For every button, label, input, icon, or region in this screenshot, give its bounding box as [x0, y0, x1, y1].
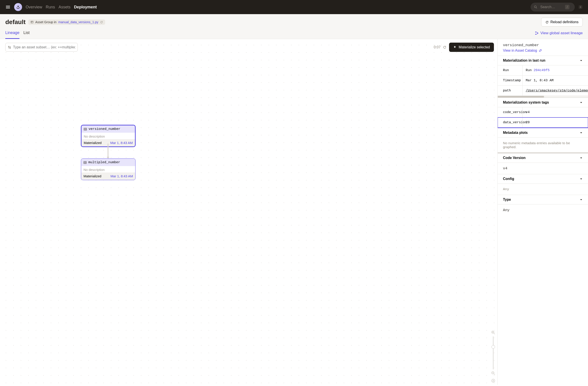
asset-node-name: multipled_number: [88, 161, 120, 164]
nav-assets[interactable]: Assets: [59, 5, 70, 9]
table-icon: [84, 161, 86, 164]
last-run-path-row: path /Users/smackesey/stm/code/elementl/: [498, 86, 588, 96]
table-icon: [84, 128, 87, 131]
section-label: Materialization in last run: [503, 59, 545, 62]
page-subheader: default Asset Group in manual_data_versi…: [0, 14, 588, 39]
page-title: default: [5, 19, 26, 26]
run-prefix: Run: [526, 68, 534, 72]
svg-point-2: [580, 7, 581, 8]
svg-point-1: [534, 6, 536, 8]
path-value[interactable]: /Users/smackesey/stm/code/elementl/: [522, 86, 588, 96]
dagster-logo-icon[interactable]: [14, 3, 22, 11]
section-system-tags[interactable]: Materialization system tags: [498, 98, 588, 107]
svg-point-0: [18, 6, 19, 7]
lineage-arrow: [107, 143, 109, 159]
settings-gear-icon[interactable]: [578, 5, 583, 9]
chevron-down-icon: [580, 101, 583, 104]
search-box[interactable]: /: [531, 3, 575, 11]
section-code-version[interactable]: Code Version: [498, 153, 588, 163]
chevron-down-icon: [580, 131, 583, 134]
asset-subset-input-wrapper[interactable]: [5, 43, 78, 52]
nav-deployment[interactable]: Deployment: [74, 5, 97, 9]
asset-graph-area[interactable]: 0:07 Materialize selected versioned_numb…: [0, 39, 497, 385]
chevron-down-icon: [580, 59, 583, 62]
search-input[interactable]: [540, 5, 562, 9]
timestamp-value: Mar 1, 8:43 AM: [522, 76, 588, 85]
chevron-down-icon: [580, 156, 583, 160]
repository-icon: [30, 20, 34, 24]
filter-icon: [8, 45, 11, 49]
view-catalog-link[interactable]: View in Asset Catalog: [503, 49, 583, 53]
section-materialization-last-run[interactable]: Materialization in last run: [498, 56, 588, 65]
last-run-run-row: Run Run 204c49f5: [498, 65, 588, 76]
refresh-timer-value: 0:07: [434, 45, 441, 49]
data-version-row: data_version 20: [498, 118, 588, 128]
data-version-key: data_version: [498, 118, 522, 127]
asset-group-file-link[interactable]: manual_data_versions_1.py: [58, 20, 98, 24]
view-global-lineage-label: View global asset lineage: [540, 31, 583, 35]
asset-node-multipled-number[interactable]: multipled_number No description Material…: [81, 158, 136, 180]
run-id-link[interactable]: 204c49f5: [534, 68, 549, 72]
path-label: path: [498, 86, 522, 96]
type-body: Any: [498, 204, 588, 216]
asset-node-status: Materialized: [84, 174, 101, 178]
nav-runs[interactable]: Runs: [46, 5, 55, 9]
asset-detail-panel: versioned_number View in Asset Catalog M…: [497, 39, 588, 385]
zoom-out-icon[interactable]: [491, 371, 495, 375]
tab-lineage[interactable]: Lineage: [5, 30, 20, 39]
zoom-control[interactable]: [491, 331, 495, 383]
view-catalog-label: View in Asset Catalog: [503, 49, 537, 53]
section-label: Metadata plots: [503, 131, 528, 135]
horizontal-scrollbar[interactable]: [498, 96, 588, 98]
scrollbar-thumb[interactable]: [498, 96, 544, 98]
section-config[interactable]: Config: [498, 174, 588, 183]
svg-rect-10: [84, 161, 86, 164]
reload-definitions-label: Reload definitions: [550, 20, 579, 24]
download-icon[interactable]: [491, 379, 495, 383]
code-version-key: code_version: [498, 107, 522, 117]
section-label: Config: [503, 177, 514, 181]
section-type[interactable]: Type: [498, 195, 588, 204]
asset-subset-input[interactable]: [13, 45, 75, 49]
materialize-label: Materialize selected: [459, 45, 490, 49]
zoom-slider-track[interactable]: [493, 336, 494, 369]
hamburger-menu-icon[interactable]: [5, 4, 11, 10]
svg-rect-3: [31, 21, 33, 23]
asset-group-prefix: Asset Group in: [35, 20, 57, 24]
tab-list[interactable]: List: [23, 30, 30, 39]
asset-node-status: Materialized: [84, 141, 102, 145]
metadata-plots-empty: No numeric metadata entries available to…: [498, 137, 588, 153]
section-metadata-plots[interactable]: Metadata plots: [498, 128, 588, 137]
svg-point-7: [8, 46, 9, 47]
section-label: Code Version: [503, 156, 525, 160]
data-version-value: 20: [522, 118, 588, 127]
nav-overview[interactable]: Overview: [26, 5, 42, 9]
refresh-timer: 0:07: [434, 45, 446, 49]
timestamp-label: Timestamp: [498, 76, 522, 85]
asset-node-description: No description: [81, 166, 135, 172]
chevron-down-icon: [580, 177, 583, 181]
asset-node-name: versioned_number: [89, 127, 120, 131]
zoom-slider-thumb[interactable]: [491, 345, 495, 349]
chevron-down-icon: [580, 198, 583, 201]
refresh-small-icon[interactable]: [100, 21, 103, 24]
view-global-lineage-link[interactable]: View global asset lineage: [535, 31, 583, 39]
code-version-value: v4: [522, 107, 588, 117]
config-body: Any: [498, 183, 588, 195]
zoom-in-icon[interactable]: [491, 331, 495, 335]
reload-definitions-button[interactable]: Reload definitions: [541, 18, 583, 26]
asset-node-time: Mar 1, 8:43 AM: [110, 174, 133, 178]
refresh-timer-icon[interactable]: [443, 45, 446, 49]
last-run-timestamp-row: Timestamp Mar 1, 8:43 AM: [498, 76, 588, 86]
section-label: Materialization system tags: [503, 101, 549, 104]
main-content: 0:07 Materialize selected versioned_numb…: [0, 39, 588, 385]
asset-node-description: No description: [82, 133, 135, 139]
asset-node-time: Mar 1, 8:43 AM: [110, 141, 133, 145]
asset-group-tag: Asset Group in manual_data_versions_1.py: [28, 20, 105, 25]
refresh-icon: [545, 20, 549, 24]
search-icon: [534, 5, 538, 9]
app-header: Overview Runs Assets Deployment /: [0, 0, 588, 14]
materialize-selected-button[interactable]: Materialize selected: [449, 43, 494, 52]
slash-shortcut-badge: /: [565, 5, 569, 9]
svg-point-4: [535, 32, 536, 32]
